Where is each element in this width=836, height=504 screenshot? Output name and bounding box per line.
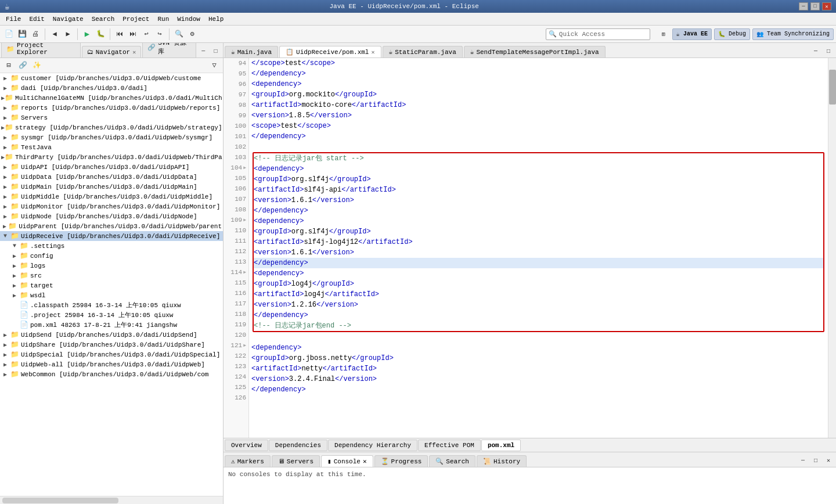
tree-item[interactable]: ▶📁WebCommon [Uidp/branches/Uidp3.0/dadi/… — [0, 369, 223, 379]
tab-progress[interactable]: ⏳ Progress — [374, 455, 428, 467]
perspective-java-ee[interactable]: ☕ Java EE — [672, 28, 712, 40]
debug-button[interactable]: 🐛 — [94, 28, 107, 41]
menu-run[interactable]: Run — [154, 15, 172, 24]
minimize-button[interactable]: ─ — [799, 2, 808, 10]
pom-tab-effective-pom[interactable]: Effective POM — [418, 440, 481, 451]
code-line[interactable]: <groupId>org.slf4j</groupId> — [254, 226, 823, 237]
v-scroll-thumb[interactable] — [829, 70, 836, 105]
code-line[interactable]: <version>1.2.16</version> — [254, 300, 823, 310]
menu-help[interactable]: Help — [205, 15, 227, 24]
tree-item[interactable]: ▶📁src — [0, 271, 223, 280]
menu-search[interactable]: Search — [88, 15, 118, 24]
tree-item[interactable]: 📄.classpath 25984 16-3-14 上午10:05 qiuxw — [0, 300, 223, 310]
tree-item[interactable]: ▶📁UidpMain [Uidp/branches/Uidp3.0/dadi/U… — [0, 182, 223, 192]
code-line[interactable]: </dependency> — [254, 310, 823, 321]
maximize-button[interactable]: □ — [810, 2, 820, 10]
print-button[interactable]: 🖨 — [29, 28, 42, 41]
code-line[interactable]: <groupId>org.slf4j</groupId> — [254, 174, 823, 185]
code-line[interactable]: <artifactId>mockito-core</artifactId> — [251, 100, 826, 110]
tab-pom-xml[interactable]: 📋 UidpReceive/pom.xml ✕ — [279, 46, 381, 57]
code-line[interactable] — [251, 142, 826, 152]
bottom-panel-maximize[interactable]: □ — [809, 454, 822, 467]
view-menu-btn[interactable]: ▽ — [208, 59, 221, 72]
code-line[interactable]: <version>1.6.1</version> — [254, 247, 823, 258]
code-line[interactable]: </dependency> — [251, 384, 826, 395]
tree-item[interactable]: ▶📁UidpData [Uidp/branches/Uidp3.0/dadi/U… — [0, 172, 223, 182]
new-wizard-btn[interactable]: ✨ — [30, 59, 43, 72]
tree-item[interactable]: ▶📁UidpWeb-all [Uidp/branches/Uidp3.0/dad… — [0, 359, 223, 369]
left-panel-hscroll[interactable] — [0, 496, 223, 504]
code-line[interactable]: </dependency> — [254, 206, 823, 216]
tree-item[interactable]: ▶📁UidpParent [Uidp/branches/Uidp3.0/dadi… — [0, 221, 223, 231]
code-line[interactable]: <groupId>log4j</groupId> — [254, 279, 823, 289]
tree-item[interactable]: ▶📁UidpShare [Uidp/branches/Uidp3.0/dadi/… — [0, 340, 223, 350]
perspective-team-sync[interactable]: 👥 Team Synchronizing — [752, 28, 834, 40]
h-scroll-thumb[interactable] — [2, 498, 118, 503]
code-line[interactable]: <version>1.6.1</version> — [254, 195, 823, 206]
tree-item[interactable]: ▶📁target — [0, 280, 223, 290]
perspective-debug[interactable]: 🐛 Debug — [714, 28, 750, 40]
code-line[interactable]: </dependency> — [251, 131, 826, 142]
perspective-icon[interactable]: ⊞ — [657, 28, 670, 41]
tab-history[interactable]: 📜 History — [477, 455, 527, 467]
editor-panel-maximize[interactable]: □ — [822, 45, 835, 57]
tree-item[interactable]: ▼📁.settings — [0, 241, 223, 251]
tree-item[interactable]: ▶📁strategy [Uidp/branches/Uidp3.0/dadi/U… — [0, 123, 223, 132]
code-line[interactable]: </scope>test</scope> — [251, 58, 826, 69]
link-editor-btn[interactable]: 🔗 — [16, 59, 29, 72]
code-line[interactable]: <!-- 日志记录jar包end --> — [254, 321, 823, 331]
fold-arrow-icon[interactable]: ▶ — [243, 267, 246, 278]
tree-item[interactable]: ▶📁Servers — [0, 113, 223, 123]
tab-static-param[interactable]: ☕ StaticParam.java — [383, 46, 463, 57]
tab-console[interactable]: ▮ Console ✕ — [321, 455, 373, 467]
close-button[interactable]: ✕ — [822, 2, 831, 10]
tree-item[interactable]: ▶📁UidpSpecial [Uidp/branches/Uidp3.0/dad… — [0, 350, 223, 359]
tab-search[interactable]: 🔍 Search — [429, 455, 475, 467]
nav-btn-2[interactable]: ⏭ — [127, 28, 139, 41]
tree-item[interactable]: ▶📁UidpNode [Uidp/branches/Uidp3.0/dadi/U… — [0, 211, 223, 221]
code-line[interactable]: <scope>test</scope> — [251, 121, 826, 131]
code-line[interactable]: <dependency> — [254, 268, 823, 279]
save-button[interactable]: 💾 — [16, 28, 28, 41]
tree-item[interactable]: 📄pom.xml 48263 17-8-21 上午9:41 jiangshw — [0, 320, 223, 330]
code-line[interactable]: <artifactId>log4j</artifactId> — [254, 289, 823, 300]
tree-item[interactable]: ▶📁TestJava — [0, 142, 223, 152]
menu-project[interactable]: Project — [119, 15, 153, 24]
tab-main-java[interactable]: ☕ Main.java — [225, 46, 278, 57]
code-content[interactable]: </scope>test</scope> </dependency> <depe… — [249, 58, 828, 438]
code-line[interactable]: </dependency> — [254, 258, 823, 268]
tree-item[interactable]: ▶📁UidpMiddle [Uidp/branches/Uidp3.0/dadi… — [0, 192, 223, 201]
collapse-all-btn[interactable]: ⊟ — [2, 59, 15, 72]
tree-item[interactable]: ▶📁reports [Uidp/branches/Uidp3.0/dadi/Ui… — [0, 103, 223, 113]
tree-item[interactable]: ▼📁UidpReceive [Uidp/branches/Uidp3.0/dad… — [0, 231, 223, 241]
pom-xml-close[interactable]: ✕ — [371, 49, 374, 56]
new-button[interactable]: 📄 — [2, 28, 15, 41]
code-line[interactable]: <artifactId>slf4j-log4j12</artifactId> — [254, 237, 823, 247]
nav-btn-1[interactable]: ⏮ — [113, 28, 126, 41]
tree-item[interactable]: ▶📁ThirdParty [Uidp/branches/Uidp3.0/dadi… — [0, 152, 223, 162]
pom-tab-dependency-hierarchy[interactable]: Dependency Hierarchy — [328, 440, 417, 451]
tree-item[interactable]: ▶📁customer [Uidp/branches/Uidp3.0/UidpWe… — [0, 73, 223, 83]
nav-btn-3[interactable]: ↩ — [140, 28, 153, 41]
code-line[interactable]: <groupId>org.jboss.netty</groupId> — [251, 353, 826, 363]
bottom-panel-minimize[interactable]: ─ — [797, 454, 809, 467]
tree-item[interactable]: ▶📁dadi [Uidp/branches/Uidp3.0/dadi] — [0, 83, 223, 93]
tab-servers[interactable]: 🖥 Servers — [272, 455, 320, 467]
tree-item[interactable]: 📄.project 25984 16-3-14 上午10:05 qiuxw — [0, 310, 223, 320]
code-line[interactable]: <dependency> — [251, 343, 826, 353]
code-line[interactable]: <dependency> — [251, 79, 826, 89]
code-line[interactable] — [251, 332, 826, 343]
nav-btn-4[interactable]: ↪ — [153, 28, 166, 41]
tree-item[interactable]: ▶📁sysmgr [Uidp/branches/Uidp3.0/dadi/Uid… — [0, 132, 223, 142]
tree-item[interactable]: ▶📁config — [0, 251, 223, 261]
left-panel-minimize[interactable]: ─ — [197, 45, 210, 57]
fold-arrow-icon[interactable]: ▶ — [243, 215, 246, 225]
tab-project-explorer[interactable]: 📁 Project Explorer — [1, 43, 81, 57]
code-line[interactable]: <dependency> — [254, 216, 823, 226]
menu-window[interactable]: Window — [174, 15, 204, 24]
back-button[interactable]: ◀ — [48, 28, 61, 41]
code-line[interactable]: <artifactId>netty</artifactId> — [251, 363, 826, 374]
forward-button[interactable]: ▶ — [62, 28, 74, 41]
code-line[interactable]: <version>3.2.4.Final</version> — [251, 374, 826, 384]
window-controls[interactable]: ─ □ ✕ — [799, 2, 831, 10]
